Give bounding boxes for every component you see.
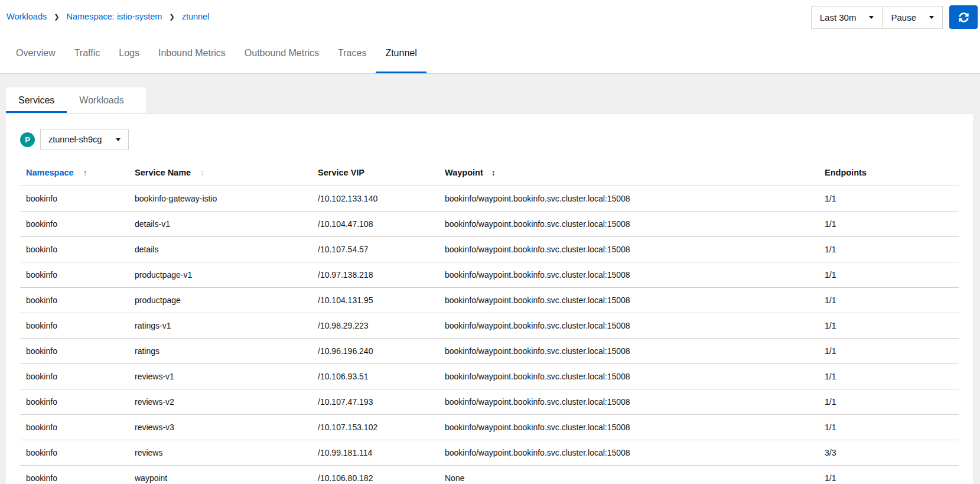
tab-ztunnel[interactable]: Ztunnel	[376, 33, 426, 73]
cell-service-vip: /10.106.80.182	[313, 466, 440, 484]
tab-overview[interactable]: Overview	[6, 33, 65, 73]
cell-waypoint: bookinfo/waypoint.bookinfo.svc.cluster.l…	[440, 186, 820, 212]
cell-service-vip: /10.107.54.57	[313, 237, 440, 262]
table-row: bookinfo reviews-v2 /10.107.47.193 booki…	[20, 389, 959, 415]
ztunnel-subtabs: Services Workloads	[6, 87, 146, 113]
cell-service-vip: /10.97.138.218	[313, 262, 440, 288]
column-header-endpoints: Endpoints	[820, 162, 959, 186]
cell-endpoints: 1/1	[820, 212, 959, 237]
breadcrumb-link-namespace[interactable]: Namespace: istio-system	[66, 12, 162, 21]
column-header-service-name[interactable]: Service Name↕	[130, 162, 313, 186]
cell-waypoint: bookinfo/waypoint.bookinfo.svc.cluster.l…	[440, 364, 820, 389]
cell-service-name: details-v1	[130, 212, 313, 237]
cell-service-name: bookinfo-gateway-istio	[130, 186, 313, 212]
cell-waypoint: bookinfo/waypoint.bookinfo.svc.cluster.l…	[440, 288, 820, 313]
cell-service-vip: /10.98.29.223	[313, 313, 440, 339]
cell-namespace: bookinfo	[20, 212, 130, 237]
tab-outbound-metrics[interactable]: Outbound Metrics	[235, 33, 328, 73]
chevron-down-icon	[929, 16, 934, 19]
cell-waypoint: bookinfo/waypoint.bookinfo.svc.cluster.l…	[440, 415, 820, 440]
table-row: bookinfo details /10.107.54.57 bookinfo/…	[20, 237, 959, 262]
pod-dropdown[interactable]: ztunnel-sh9cg	[40, 129, 129, 150]
cell-namespace: bookinfo	[20, 237, 130, 262]
tab-traffic[interactable]: Traffic	[65, 33, 110, 73]
breadcrumb-chevron-icon: ❯	[54, 13, 59, 21]
cell-endpoints: 1/1	[820, 237, 959, 262]
table-header-row: Namespace↑ Service Name↕ Service VIP Way…	[20, 162, 959, 186]
cell-waypoint: bookinfo/waypoint.bookinfo.svc.cluster.l…	[440, 389, 820, 415]
sort-icon: ↕	[491, 168, 496, 177]
table-row: bookinfo details-v1 /10.104.47.108 booki…	[20, 212, 959, 237]
table-row: bookinfo productpage /10.104.131.95 book…	[20, 288, 959, 313]
subtab-services[interactable]: Services	[6, 87, 67, 113]
cell-endpoints: 1/1	[820, 313, 959, 339]
pod-dropdown-value: ztunnel-sh9cg	[48, 135, 102, 144]
breadcrumb-link-workloads[interactable]: Workloads	[6, 12, 47, 21]
table-row: bookinfo bookinfo-gateway-istio /10.102.…	[20, 186, 959, 212]
cell-endpoints: 3/3	[820, 440, 959, 466]
tab-traces[interactable]: Traces	[328, 33, 376, 73]
column-header-waypoint[interactable]: Waypoint↕	[440, 162, 820, 186]
cell-waypoint: bookinfo/waypoint.bookinfo.svc.cluster.l…	[440, 313, 820, 339]
cell-service-vip: /10.107.153.102	[313, 415, 440, 440]
cell-namespace: bookinfo	[20, 440, 130, 466]
chevron-down-icon	[869, 16, 874, 19]
table-row: bookinfo productpage-v1 /10.97.138.218 b…	[20, 262, 959, 288]
cell-service-name: ratings	[130, 339, 313, 364]
sort-ascending-icon: ↑	[83, 168, 87, 177]
cell-waypoint: bookinfo/waypoint.bookinfo.svc.cluster.l…	[440, 339, 820, 364]
cell-endpoints: 1/1	[820, 262, 959, 288]
cell-service-vip: /10.96.196.240	[313, 339, 440, 364]
cell-namespace: bookinfo	[20, 186, 130, 212]
top-bar: Workloads ❯ Namespace: istio-system ❯ zt…	[0, 0, 980, 33]
duration-dropdown[interactable]: Last 30m	[811, 6, 883, 29]
workload-tabs: Overview Traffic Logs Inbound Metrics Ou…	[0, 33, 980, 74]
tab-logs[interactable]: Logs	[109, 33, 149, 73]
cell-endpoints: 1/1	[820, 339, 959, 364]
cell-namespace: bookinfo	[20, 262, 130, 288]
cell-service-name: productpage	[130, 288, 313, 313]
cell-namespace: bookinfo	[20, 339, 130, 364]
cell-service-name: ratings-v1	[130, 313, 313, 339]
content-zone: Services Workloads P ztunnel-sh9cg Names…	[0, 74, 980, 484]
table-row: bookinfo ratings-v1 /10.98.29.223 bookin…	[20, 313, 959, 339]
cell-endpoints: 1/1	[820, 364, 959, 389]
cell-waypoint: None	[440, 466, 820, 484]
breadcrumb-chevron-icon: ❯	[169, 13, 174, 21]
sync-icon	[959, 12, 969, 22]
refresh-button[interactable]	[949, 5, 978, 29]
cell-namespace: bookinfo	[20, 415, 130, 440]
breadcrumb: Workloads ❯ Namespace: istio-system ❯ zt…	[6, 12, 209, 21]
cell-service-vip: /10.104.47.108	[313, 212, 440, 237]
cell-service-vip: /10.107.47.193	[313, 389, 440, 415]
duration-dropdown-value: Last 30m	[820, 12, 857, 22]
table-row: bookinfo reviews-v3 /10.107.153.102 book…	[20, 415, 959, 440]
cell-waypoint: bookinfo/waypoint.bookinfo.svc.cluster.l…	[440, 440, 820, 466]
cell-waypoint: bookinfo/waypoint.bookinfo.svc.cluster.l…	[440, 262, 820, 288]
refresh-interval-value: Pause	[891, 12, 916, 22]
subtab-workloads[interactable]: Workloads	[67, 87, 136, 113]
cell-service-name: details	[130, 237, 313, 262]
chevron-down-icon	[116, 138, 121, 141]
cell-service-name: reviews-v1	[130, 364, 313, 389]
cell-endpoints: 1/1	[820, 389, 959, 415]
cell-service-name: reviews-v3	[130, 415, 313, 440]
cell-service-name: waypoint	[130, 466, 313, 484]
cell-service-vip: /10.106.93.51	[313, 364, 440, 389]
services-table-body: bookinfo bookinfo-gateway-istio /10.102.…	[20, 186, 959, 484]
tab-inbound-metrics[interactable]: Inbound Metrics	[149, 33, 235, 73]
ztunnel-services-card: P ztunnel-sh9cg Namespace↑ Service Name↕	[6, 113, 973, 484]
pod-badge-icon: P	[20, 132, 35, 147]
cell-waypoint: bookinfo/waypoint.bookinfo.svc.cluster.l…	[440, 212, 820, 237]
table-row: bookinfo reviews /10.99.181.114 bookinfo…	[20, 440, 959, 466]
column-header-namespace[interactable]: Namespace↑	[20, 162, 130, 186]
cell-namespace: bookinfo	[20, 288, 130, 313]
breadcrumb-link-workload-name[interactable]: ztunnel	[182, 12, 210, 21]
cell-service-vip: /10.102.133.140	[313, 186, 440, 212]
cell-service-name: reviews-v2	[130, 389, 313, 415]
refresh-interval-dropdown[interactable]: Pause	[883, 6, 943, 29]
ztunnel-services-table: Namespace↑ Service Name↕ Service VIP Way…	[20, 162, 959, 484]
cell-service-name: reviews	[130, 440, 313, 466]
cell-service-vip: /10.104.131.95	[313, 288, 440, 313]
cell-namespace: bookinfo	[20, 313, 130, 339]
